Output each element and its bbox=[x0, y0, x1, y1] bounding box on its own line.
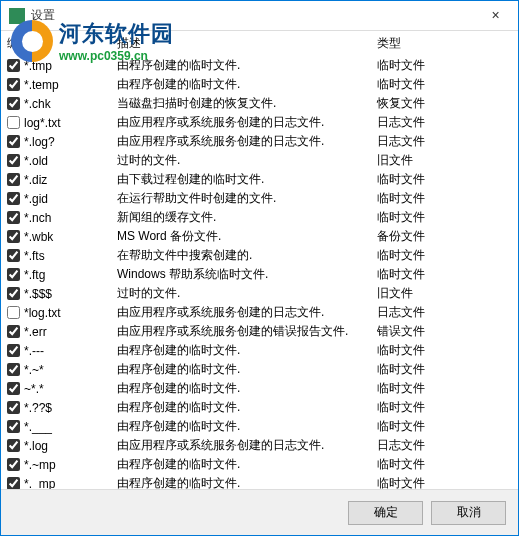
row-checkbox[interactable] bbox=[7, 211, 20, 224]
row-type: 临时文件 bbox=[371, 208, 518, 227]
table-row[interactable]: *.~mp由程序创建的临时文件.临时文件 bbox=[1, 455, 518, 474]
row-checkbox[interactable] bbox=[7, 363, 20, 376]
row-ext: *.~* bbox=[24, 363, 44, 377]
table-row[interactable]: *.chk当磁盘扫描时创建的恢复文件.恢复文件 bbox=[1, 94, 518, 113]
table-row[interactable]: *.gid在运行帮助文件时创建的文件.临时文件 bbox=[1, 189, 518, 208]
row-desc: 由应用程序或系统服务创建的日志文件. bbox=[111, 303, 371, 322]
row-ext: *.diz bbox=[24, 173, 47, 187]
table-row[interactable]: *.old过时的文件.旧文件 bbox=[1, 151, 518, 170]
row-checkbox[interactable] bbox=[7, 458, 20, 471]
row-type: 临时文件 bbox=[371, 189, 518, 208]
row-type: 临时文件 bbox=[371, 170, 518, 189]
row-type: 临时文件 bbox=[371, 455, 518, 474]
row-ext: *.temp bbox=[24, 78, 59, 92]
row-desc: 由程序创建的临时文件. bbox=[111, 474, 371, 489]
row-checkbox[interactable] bbox=[7, 268, 20, 281]
row-checkbox[interactable] bbox=[7, 192, 20, 205]
row-ext: *.ftg bbox=[24, 268, 45, 282]
row-checkbox[interactable] bbox=[7, 325, 20, 338]
row-checkbox[interactable] bbox=[7, 401, 20, 414]
close-button[interactable]: × bbox=[473, 1, 518, 29]
table-row[interactable]: *.diz由下载过程创建的临时文件.临时文件 bbox=[1, 170, 518, 189]
table-row[interactable]: *log.txt由应用程序或系统服务创建的日志文件.日志文件 bbox=[1, 303, 518, 322]
table-row[interactable]: *.log?由应用程序或系统服务创建的日志文件.日志文件 bbox=[1, 132, 518, 151]
row-checkbox[interactable] bbox=[7, 420, 20, 433]
row-type: 日志文件 bbox=[371, 303, 518, 322]
table-row[interactable]: *.??$由程序创建的临时文件.临时文件 bbox=[1, 398, 518, 417]
table-row[interactable]: *.___由程序创建的临时文件.临时文件 bbox=[1, 417, 518, 436]
content-area[interactable]: 编码 描述 类型 *.tmp由程序创建的临时文件.临时文件*.temp由程序创建… bbox=[1, 31, 518, 489]
table-row[interactable]: *.$$$过时的文件.旧文件 bbox=[1, 284, 518, 303]
row-ext: *.wbk bbox=[24, 230, 53, 244]
row-desc: 由程序创建的临时文件. bbox=[111, 379, 371, 398]
row-ext: *.fts bbox=[24, 249, 45, 263]
row-desc: 由应用程序或系统服务创建的日志文件. bbox=[111, 132, 371, 151]
column-header-desc[interactable]: 描述 bbox=[111, 31, 371, 56]
row-ext: *.err bbox=[24, 325, 47, 339]
table-row[interactable]: *.~*由程序创建的临时文件.临时文件 bbox=[1, 360, 518, 379]
row-ext: *.~mp bbox=[24, 458, 56, 472]
table-row[interactable]: *.ftgWindows 帮助系统临时文件.临时文件 bbox=[1, 265, 518, 284]
row-checkbox[interactable] bbox=[7, 306, 20, 319]
row-desc: 由应用程序或系统服务创建的日志文件. bbox=[111, 436, 371, 455]
row-type: 临时文件 bbox=[371, 398, 518, 417]
row-ext: *._mp bbox=[24, 477, 55, 490]
table-row[interactable]: *.wbkMS Word 备份文件.备份文件 bbox=[1, 227, 518, 246]
app-icon bbox=[9, 8, 25, 24]
row-checkbox[interactable] bbox=[7, 97, 20, 110]
row-type: 日志文件 bbox=[371, 113, 518, 132]
table-row[interactable]: *.nch新闻组的缓存文件.临时文件 bbox=[1, 208, 518, 227]
row-desc: 由应用程序或系统服务创建的日志文件. bbox=[111, 113, 371, 132]
row-ext: *.$$$ bbox=[24, 287, 52, 301]
row-desc: 过时的文件. bbox=[111, 151, 371, 170]
table-row[interactable]: *.---由程序创建的临时文件.临时文件 bbox=[1, 341, 518, 360]
row-checkbox[interactable] bbox=[7, 173, 20, 186]
row-checkbox[interactable] bbox=[7, 116, 20, 129]
cancel-button[interactable]: 取消 bbox=[431, 501, 506, 525]
column-header-type[interactable]: 类型 bbox=[371, 31, 518, 56]
row-checkbox[interactable] bbox=[7, 230, 20, 243]
table-row[interactable]: *.log由应用程序或系统服务创建的日志文件.日志文件 bbox=[1, 436, 518, 455]
row-checkbox[interactable] bbox=[7, 344, 20, 357]
table-row[interactable]: *.fts在帮助文件中搜索创建的.临时文件 bbox=[1, 246, 518, 265]
row-checkbox[interactable] bbox=[7, 249, 20, 262]
row-ext: *.log bbox=[24, 439, 48, 453]
row-checkbox[interactable] bbox=[7, 59, 20, 72]
row-desc: 由程序创建的临时文件. bbox=[111, 455, 371, 474]
row-ext: *.nch bbox=[24, 211, 51, 225]
row-checkbox[interactable] bbox=[7, 287, 20, 300]
row-ext: *log.txt bbox=[24, 306, 61, 320]
table-row[interactable]: log*.txt由应用程序或系统服务创建的日志文件.日志文件 bbox=[1, 113, 518, 132]
row-ext: ~*.* bbox=[24, 382, 44, 396]
row-checkbox[interactable] bbox=[7, 154, 20, 167]
row-checkbox[interactable] bbox=[7, 135, 20, 148]
row-ext: *.gid bbox=[24, 192, 48, 206]
row-type: 日志文件 bbox=[371, 132, 518, 151]
row-desc: 由程序创建的临时文件. bbox=[111, 341, 371, 360]
row-desc: 新闻组的缓存文件. bbox=[111, 208, 371, 227]
row-ext: *.old bbox=[24, 154, 48, 168]
row-type: 临时文件 bbox=[371, 75, 518, 94]
table-row[interactable]: *.err由应用程序或系统服务创建的错误报告文件.错误文件 bbox=[1, 322, 518, 341]
ok-button[interactable]: 确定 bbox=[348, 501, 423, 525]
column-header-ext[interactable]: 编码 bbox=[1, 31, 111, 56]
file-types-table: 编码 描述 类型 *.tmp由程序创建的临时文件.临时文件*.temp由程序创建… bbox=[1, 31, 518, 489]
row-desc: 在帮助文件中搜索创建的. bbox=[111, 246, 371, 265]
row-type: 临时文件 bbox=[371, 341, 518, 360]
row-type: 临时文件 bbox=[371, 417, 518, 436]
table-row[interactable]: *.tmp由程序创建的临时文件.临时文件 bbox=[1, 56, 518, 75]
table-row[interactable]: *.temp由程序创建的临时文件.临时文件 bbox=[1, 75, 518, 94]
row-checkbox[interactable] bbox=[7, 439, 20, 452]
row-checkbox[interactable] bbox=[7, 78, 20, 91]
row-checkbox[interactable] bbox=[7, 477, 20, 489]
table-row[interactable]: *._mp由程序创建的临时文件.临时文件 bbox=[1, 474, 518, 489]
row-desc: 由下载过程创建的临时文件. bbox=[111, 170, 371, 189]
row-type: 临时文件 bbox=[371, 379, 518, 398]
row-desc: 由程序创建的临时文件. bbox=[111, 360, 371, 379]
table-row[interactable]: ~*.*由程序创建的临时文件.临时文件 bbox=[1, 379, 518, 398]
window-title: 设置 bbox=[31, 7, 55, 24]
row-checkbox[interactable] bbox=[7, 382, 20, 395]
row-type: 临时文件 bbox=[371, 246, 518, 265]
row-ext: *.___ bbox=[24, 420, 52, 434]
dialog-footer: 确定 取消 bbox=[1, 489, 518, 535]
